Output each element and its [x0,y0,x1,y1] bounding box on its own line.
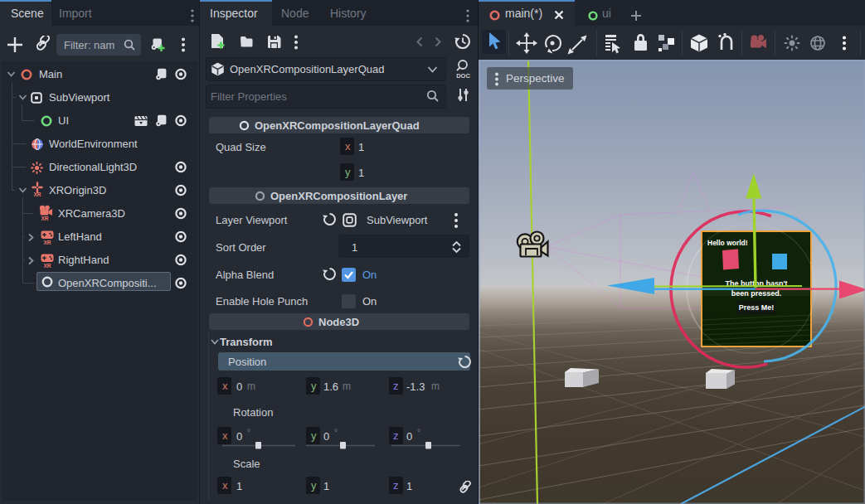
svg-text:DOC: DOC [456,72,470,80]
svg-text:XR: XR [43,263,51,269]
svg-text:XR: XR [43,240,51,245]
svg-text:Press Me!: Press Me! [739,303,775,312]
svg-text:been pressed.: been pressed. [731,289,782,298]
svg-text:Hello world!: Hello world! [707,239,748,247]
svg-text:XR: XR [41,216,48,221]
svg-text:XR: XR [33,191,41,197]
